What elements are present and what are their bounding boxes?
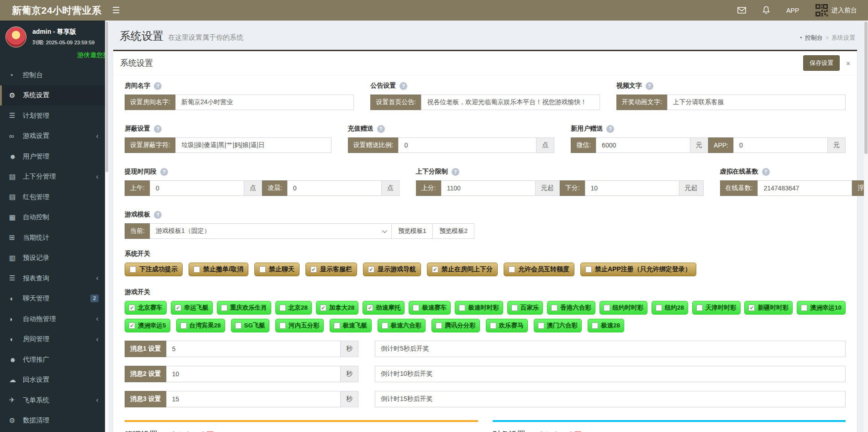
sidebar-item-plan-management[interactable]: ☰计划管理 bbox=[0, 105, 105, 126]
notifications-icon[interactable] bbox=[763, 6, 770, 15]
checkbox-checked[interactable] bbox=[129, 322, 135, 329]
game-switch[interactable]: 天津时时彩 bbox=[692, 301, 741, 315]
game-switch[interactable]: 澳洲幸运5 bbox=[125, 319, 170, 332]
help-icon[interactable]: ? bbox=[646, 82, 653, 90]
checkbox[interactable] bbox=[221, 305, 227, 311]
checkbox-checked[interactable] bbox=[367, 305, 373, 311]
message2-seconds-input[interactable] bbox=[166, 366, 341, 382]
game-switch[interactable]: 极速赛车 bbox=[409, 301, 451, 315]
messages-icon[interactable] bbox=[737, 7, 746, 14]
checkbox[interactable] bbox=[511, 305, 518, 311]
help-icon[interactable]: ? bbox=[154, 211, 162, 219]
sidebar-item-game-settings[interactable]: ∞游戏设置‹ bbox=[0, 126, 105, 147]
checkbox[interactable] bbox=[538, 322, 544, 329]
message3-seconds-input[interactable] bbox=[166, 391, 341, 407]
game-switch[interactable]: 香港六合彩 bbox=[547, 301, 595, 315]
checkbox-checked[interactable] bbox=[129, 305, 135, 311]
up-limit-input[interactable] bbox=[441, 180, 536, 196]
message2-text-input[interactable]: 倒计时10秒后开奖 bbox=[375, 366, 846, 382]
game-switch[interactable]: 重庆欢乐生肖 bbox=[217, 301, 271, 315]
sidebar-item-preset-records[interactable]: ▥预设记录 bbox=[0, 248, 105, 269]
game-switch[interactable]: 极速飞艇 bbox=[330, 319, 372, 332]
game-switch[interactable]: 极速28 bbox=[588, 319, 624, 332]
checkbox[interactable] bbox=[413, 305, 419, 311]
help-icon[interactable]: ? bbox=[160, 168, 168, 176]
game-switch[interactable]: 极速时时彩 bbox=[455, 301, 503, 315]
main-scrollbar[interactable] bbox=[864, 21, 868, 432]
am-input[interactable] bbox=[150, 180, 244, 196]
system-switch[interactable]: 允许会员互转额度 bbox=[504, 263, 574, 276]
sidebar-item-redpacket-management[interactable]: ▤红包管理 bbox=[0, 187, 105, 207]
game-switch[interactable]: 百家乐 bbox=[507, 301, 543, 315]
preview-template2-button[interactable]: 预览模板2 bbox=[432, 223, 474, 239]
avatar[interactable] bbox=[5, 26, 26, 47]
night-input[interactable] bbox=[287, 180, 382, 196]
game-switch[interactable]: 北京赛车 bbox=[125, 301, 167, 315]
sidebar-toggle-icon[interactable]: ☰ bbox=[105, 5, 127, 16]
sidebar-item-updown-management[interactable]: ▤上下分管理‹ bbox=[0, 167, 105, 187]
game-switch[interactable]: 纽约28 bbox=[652, 301, 688, 315]
breadcrumb-home[interactable]: 控制台 bbox=[805, 34, 823, 42]
checkbox-checked[interactable] bbox=[368, 266, 374, 273]
message1-text-input[interactable]: 倒计时5秒后开奖 bbox=[375, 341, 846, 357]
checkbox[interactable] bbox=[279, 322, 286, 329]
system-switch[interactable]: 禁止撤单/取消 bbox=[189, 263, 248, 276]
down-limit-input[interactable] bbox=[585, 180, 679, 196]
recharge-bonus-input[interactable] bbox=[398, 137, 537, 153]
checkbox-checked[interactable] bbox=[310, 266, 317, 273]
system-switch[interactable]: 禁止聊天 bbox=[254, 263, 300, 276]
help-icon[interactable]: ? bbox=[377, 125, 385, 133]
checkbox[interactable] bbox=[194, 266, 200, 273]
close-icon[interactable]: × bbox=[846, 59, 850, 67]
game-switch[interactable]: 新疆时时彩 bbox=[744, 301, 793, 315]
checkbox[interactable] bbox=[279, 305, 286, 311]
sidebar-item-user-management[interactable]: ☻用户管理 bbox=[0, 146, 105, 167]
help-icon[interactable]: ? bbox=[452, 168, 459, 176]
message3-text-input[interactable]: 倒计时15秒后开奖 bbox=[375, 391, 846, 407]
help-icon[interactable]: ? bbox=[400, 82, 407, 90]
sidebar-item-fly-order-system[interactable]: ✈飞单系统‹ bbox=[0, 390, 105, 411]
main-scrollbar-thumb[interactable] bbox=[864, 21, 868, 154]
system-switch[interactable]: 显示游戏导航 bbox=[363, 263, 421, 276]
game-switch[interactable]: 劲速摩托 bbox=[363, 301, 405, 315]
game-switch[interactable]: 欢乐赛马 bbox=[486, 319, 528, 332]
checkbox[interactable] bbox=[490, 322, 496, 329]
checkbox[interactable] bbox=[259, 266, 266, 273]
sidebar-item-agent-promotion[interactable]: ☻代理推广 bbox=[0, 349, 105, 370]
help-icon[interactable]: ? bbox=[762, 168, 770, 176]
system-switch[interactable]: 显示客服栏 bbox=[305, 263, 357, 276]
game-switch[interactable]: 北京28 bbox=[275, 301, 312, 315]
checkbox[interactable] bbox=[551, 305, 558, 311]
frontend-link[interactable]: 进入前台 bbox=[815, 4, 857, 16]
system-switch[interactable]: 禁止在房间上下分 bbox=[427, 263, 498, 276]
checkbox[interactable] bbox=[334, 322, 340, 329]
checkbox[interactable] bbox=[585, 266, 592, 273]
checkbox[interactable] bbox=[382, 322, 388, 329]
game-switch[interactable]: 澳洲幸运10 bbox=[797, 301, 846, 315]
checkbox[interactable] bbox=[696, 305, 703, 311]
checkbox[interactable] bbox=[604, 305, 610, 311]
sidebar-scrollbar-thumb[interactable] bbox=[105, 21, 108, 172]
checkbox-checked[interactable] bbox=[748, 305, 755, 311]
sidebar-item-chat-management[interactable]: ◖聊天管理2 bbox=[0, 289, 105, 309]
sidebar-item-room-management[interactable]: ◖房间管理‹ bbox=[0, 329, 105, 350]
system-switch[interactable]: 下注成功提示 bbox=[125, 263, 183, 276]
checkbox[interactable] bbox=[235, 322, 242, 329]
app-link[interactable]: APP bbox=[786, 7, 799, 14]
checkbox[interactable] bbox=[656, 305, 662, 311]
sidebar-item-report-query[interactable]: ☰报表查询‹ bbox=[0, 268, 105, 289]
sidebar-item-dashboard[interactable]: ◔控制台 bbox=[0, 65, 105, 85]
help-icon[interactable]: ? bbox=[154, 82, 162, 90]
sidebar-scrollbar[interactable] bbox=[105, 21, 109, 432]
system-switch[interactable]: 禁止APP注册（只允许绑定登录） bbox=[580, 263, 696, 276]
video-text-input[interactable] bbox=[667, 95, 846, 110]
game-switch[interactable]: 极速六合彩 bbox=[378, 319, 426, 332]
sidebar-item-auto-control[interactable]: ▦自动控制 bbox=[0, 207, 105, 228]
online-base-input[interactable] bbox=[758, 180, 852, 196]
game-switch[interactable]: 腾讯分分彩 bbox=[431, 319, 480, 332]
wechat-bonus-input[interactable] bbox=[596, 137, 690, 153]
checkbox[interactable] bbox=[592, 322, 598, 329]
game-switch[interactable]: 河内五分彩 bbox=[275, 319, 324, 332]
notice-input[interactable] bbox=[421, 95, 600, 110]
checkbox[interactable] bbox=[130, 266, 136, 273]
